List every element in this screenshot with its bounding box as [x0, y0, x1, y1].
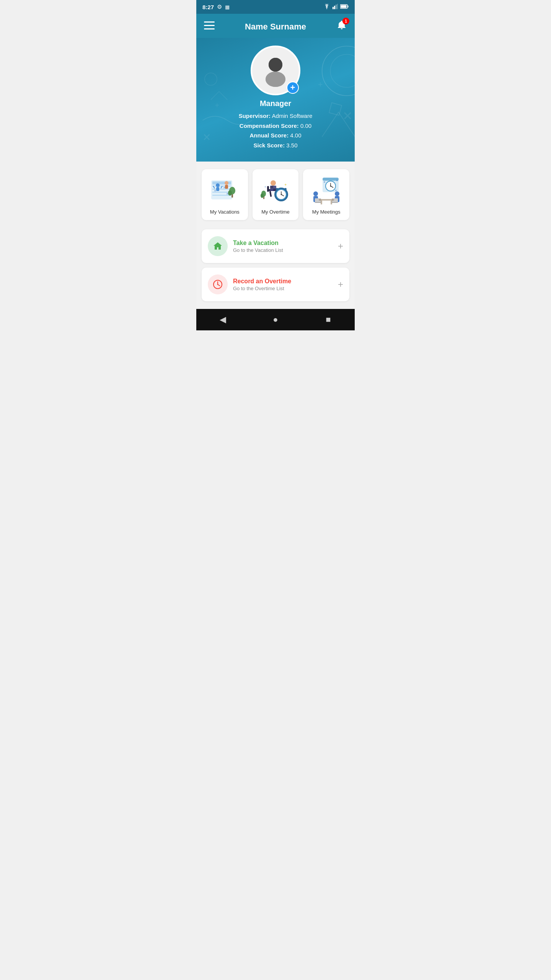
svg-point-20: [266, 72, 285, 87]
svg-point-10: [322, 46, 355, 96]
status-bar: 8:27 ⚙ ▦: [196, 0, 355, 14]
svg-text:✕: ✕: [323, 181, 326, 183]
svg-rect-3: [337, 4, 338, 9]
battery-icon: [340, 4, 349, 10]
svg-rect-2: [336, 5, 337, 9]
overtime-plus-button[interactable]: +: [338, 279, 343, 290]
svg-rect-35: [225, 185, 228, 189]
svg-point-13: [205, 73, 217, 85]
meetings-card[interactable]: ✕ ✕ ✕ My Meetings: [303, 169, 349, 220]
svg-rect-77: [315, 202, 321, 203]
svg-point-11: [330, 54, 355, 87]
svg-rect-49: [270, 188, 273, 191]
vacation-icon-wrapper: [208, 236, 228, 256]
svg-rect-83: [321, 201, 322, 204]
svg-rect-7: [204, 21, 215, 23]
svg-point-45: [271, 180, 276, 186]
svg-text:+: +: [318, 80, 323, 89]
svg-point-21: [269, 58, 282, 72]
svg-rect-84: [331, 201, 332, 204]
menu-button[interactable]: [204, 21, 215, 32]
bottom-navigation: ◀ ● ■: [196, 309, 355, 330]
vacation-action-text: Take a Vacation Go to the Vacation List: [233, 240, 338, 253]
svg-rect-48: [273, 186, 276, 188]
vacation-plus-button[interactable]: +: [338, 241, 343, 252]
header-title: Name Surname: [245, 22, 306, 32]
meetings-card-label: My Meetings: [312, 209, 341, 215]
home-icon: [212, 241, 223, 252]
svg-point-70: [330, 186, 331, 187]
svg-rect-6: [341, 5, 347, 8]
profile-section: ✕ ✕ + + + Manager Supervisor: Admin Soft…: [196, 38, 355, 162]
vacation-action-subtitle: Go to the Vacation List: [233, 247, 338, 253]
svg-rect-0: [333, 7, 334, 9]
svg-point-88: [217, 284, 218, 285]
svg-rect-44: [267, 186, 269, 192]
overtime-action-title: Record an Overtime: [233, 278, 338, 285]
svg-rect-5: [348, 5, 349, 7]
svg-text:✕: ✕: [335, 189, 337, 192]
svg-point-74: [313, 191, 318, 196]
user-silhouette: [258, 53, 293, 88]
svg-rect-12: [329, 103, 342, 115]
wifi-icon: [323, 4, 330, 10]
overtime-action-subtitle: Go to the Overtime List: [233, 286, 338, 291]
take-vacation-item[interactable]: Take a Vacation Go to the Vacation List …: [202, 229, 349, 263]
svg-rect-82: [319, 199, 334, 201]
vacations-card-label: My Vacations: [210, 209, 240, 215]
svg-rect-81: [332, 202, 338, 203]
app-header: Name Surname 1: [196, 14, 355, 38]
settings-icon: ⚙: [217, 3, 222, 10]
cards-section: ✕ ✕ ✕ ✕ My Vacations: [196, 162, 355, 228]
home-button[interactable]: ●: [268, 312, 283, 327]
svg-text:✕: ✕: [202, 132, 211, 143]
svg-rect-8: [204, 25, 215, 26]
overtime-card[interactable]: ✦ ✦ My Overtime: [253, 169, 299, 220]
svg-rect-42: [269, 191, 272, 197]
notification-badge: 1: [342, 18, 349, 24]
notification-button[interactable]: 1: [336, 20, 347, 33]
svg-rect-47: [270, 186, 273, 188]
add-photo-button[interactable]: +: [287, 82, 299, 94]
svg-text:+: +: [215, 101, 219, 109]
actions-section: Take a Vacation Go to the Vacation List …: [196, 228, 355, 309]
svg-rect-1: [334, 6, 335, 9]
svg-point-34: [225, 181, 228, 185]
back-button[interactable]: ◀: [215, 312, 230, 327]
svg-rect-33: [216, 187, 219, 191]
signal-icon: [333, 4, 338, 10]
sim-icon: ▦: [225, 4, 230, 10]
overtime-action-text: Record an Overtime Go to the Overtime Li…: [233, 278, 338, 291]
avatar-wrapper: +: [251, 46, 300, 95]
svg-point-58: [284, 188, 287, 190]
svg-point-56: [281, 194, 282, 195]
svg-text:✦: ✦: [284, 183, 287, 187]
svg-point-57: [276, 188, 278, 190]
recent-button[interactable]: ■: [321, 312, 336, 327]
overtime-card-label: My Overtime: [261, 209, 290, 215]
status-time: 8:27: [202, 4, 214, 10]
svg-rect-9: [204, 28, 215, 29]
svg-text:✦: ✦: [264, 185, 267, 189]
vacations-illustration: ✕ ✕ ✕ ✕: [209, 175, 240, 205]
vacation-action-title: Take a Vacation: [233, 240, 338, 247]
svg-point-61: [261, 193, 264, 198]
overtime-icon-wrapper: [208, 274, 228, 294]
svg-text:✕: ✕: [336, 179, 338, 182]
svg-text:✕: ✕: [214, 189, 217, 193]
svg-point-32: [216, 183, 220, 187]
svg-point-40: [228, 190, 232, 196]
vacations-card[interactable]: ✕ ✕ ✕ ✕ My Vacations: [202, 169, 248, 220]
overtime-illustration: ✦ ✦: [260, 175, 291, 205]
clock-icon: [212, 279, 223, 290]
overtime-item[interactable]: Record an Overtime Go to the Overtime Li…: [202, 268, 349, 301]
meetings-illustration: ✕ ✕ ✕: [311, 175, 342, 205]
svg-point-78: [335, 191, 339, 196]
svg-text:✕: ✕: [342, 109, 353, 123]
